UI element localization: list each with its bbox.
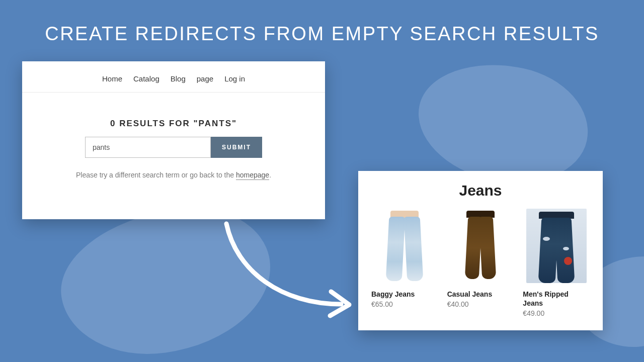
nav-login[interactable]: Log in bbox=[224, 74, 245, 83]
nav-blog[interactable]: Blog bbox=[171, 74, 186, 83]
product-item[interactable]: Casual Jeans €40.00 bbox=[447, 208, 514, 317]
page-headline: CREATE REDIRECTS FROM EMPTY SEARCH RESUL… bbox=[0, 23, 644, 45]
empty-search-card: Home Catalog Blog page Log in 0 RESULTS … bbox=[22, 61, 325, 219]
product-item[interactable]: Baggy Jeans €65.00 bbox=[371, 208, 438, 317]
collection-title: Jeans bbox=[371, 182, 590, 199]
nav-page[interactable]: page bbox=[197, 74, 213, 83]
hint-suffix: . bbox=[269, 171, 271, 179]
product-name: Casual Jeans bbox=[447, 290, 514, 299]
product-grid: Baggy Jeans €65.00 Casual Jeans €40.00 bbox=[371, 208, 590, 317]
background-blob bbox=[52, 197, 281, 362]
product-name: Men's Ripped Jeans bbox=[523, 290, 590, 308]
nav-catalog[interactable]: Catalog bbox=[133, 74, 159, 83]
store-nav: Home Catalog Blog page Log in bbox=[22, 61, 325, 93]
search-hint: Please try a different search term or go… bbox=[22, 171, 325, 179]
product-price: €40.00 bbox=[447, 300, 514, 308]
product-price: €65.00 bbox=[371, 300, 438, 308]
product-image bbox=[450, 208, 511, 284]
products-card: Jeans Baggy Jeans €65.00 Casual bbox=[358, 171, 603, 330]
product-image bbox=[374, 208, 435, 284]
submit-button[interactable]: SUBMIT bbox=[211, 137, 262, 158]
product-price: €49.00 bbox=[523, 309, 590, 317]
product-name: Baggy Jeans bbox=[371, 290, 438, 299]
homepage-link[interactable]: homepage bbox=[236, 171, 269, 180]
search-form: SUBMIT bbox=[22, 137, 325, 158]
product-image bbox=[526, 208, 587, 284]
search-input[interactable] bbox=[85, 137, 211, 158]
nav-home[interactable]: Home bbox=[102, 74, 122, 83]
product-item[interactable]: Men's Ripped Jeans €49.00 bbox=[523, 208, 590, 317]
hint-prefix: Please try a different search term or go… bbox=[76, 171, 236, 179]
results-heading: 0 RESULTS FOR "PANTS" bbox=[22, 119, 325, 129]
